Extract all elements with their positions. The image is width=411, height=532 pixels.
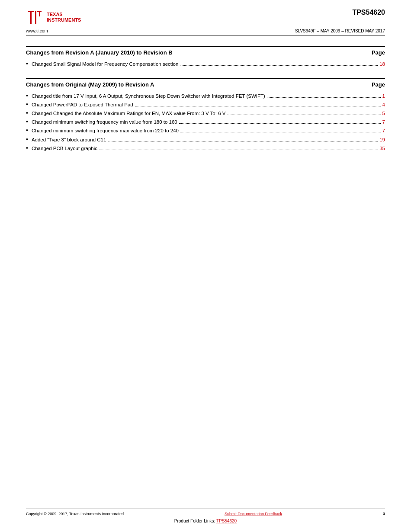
list-item: • Changed Changed the Absolute Maximum R…	[26, 109, 385, 117]
bullet-icon: •	[26, 119, 28, 125]
product-link[interactable]: TPS54620	[216, 519, 237, 523]
revision-b-page-label: Page	[372, 49, 385, 56]
page-link[interactable]: 35	[379, 145, 385, 152]
logo-area: TEXAS INSTRUMENTS	[26, 9, 81, 26]
doc-number: SLVS949F – MAY 2009 – REVISED MAY 2017	[295, 29, 385, 33]
change-description: Changed minimum switching frequency max …	[32, 127, 179, 134]
dot-leader	[179, 123, 381, 124]
svg-rect-3	[37, 11, 42, 12]
change-description: Changed minimum switching frequency min …	[32, 119, 177, 125]
dot-leader	[180, 132, 381, 132]
revision-b-title: Changes from Revision A (January 2010) t…	[26, 49, 173, 56]
bullet-icon: •	[26, 61, 28, 67]
dot-leader	[180, 65, 378, 66]
revision-a-title: Changes from Original (May 2009) to Revi…	[26, 81, 154, 88]
logo-line2: INSTRUMENTS	[47, 17, 81, 23]
change-description: Changed Changed the Absolute Maximum Rat…	[32, 110, 226, 117]
page-link[interactable]: 4	[382, 101, 385, 108]
revision-a-page-label: Page	[372, 81, 385, 88]
list-item: • Changed PowerPAD to Exposed Thermal Pa…	[26, 101, 385, 108]
dot-leader	[267, 97, 381, 98]
page-link[interactable]: 5	[382, 110, 385, 117]
list-item: • Changed PCB Layout graphic 35	[26, 144, 385, 152]
product-title: TPS54620	[352, 9, 385, 16]
footer-page-number: 3	[383, 512, 385, 516]
list-item: • Changed title from 17 V Input, 6 A Out…	[26, 92, 385, 99]
revision-b-list: • Changed Small Signal Model for Frequen…	[26, 60, 385, 67]
bullet-icon: •	[26, 136, 28, 142]
change-text: Changed minimum switching frequency max …	[32, 127, 385, 134]
list-item: • Changed minimum switching frequency ma…	[26, 127, 385, 134]
dot-leader	[108, 141, 378, 141]
page-link[interactable]: 18	[379, 61, 385, 67]
sub-header: www.ti.com SLVS949F – MAY 2009 – REVISED…	[26, 29, 385, 35]
change-text: Changed Changed the Absolute Maximum Rat…	[32, 110, 385, 117]
ti-logo-icon	[26, 9, 43, 26]
page-footer: Copyright © 2009–2017, Texas Instruments…	[26, 509, 385, 523]
change-text: Changed title from 17 V Input, 6 A Outpu…	[32, 93, 385, 99]
logo-line1: TEXAS	[47, 12, 81, 17]
logo-text: TEXAS INSTRUMENTS	[47, 12, 81, 23]
bullet-icon: •	[26, 127, 28, 133]
footer-top: Copyright © 2009–2017, Texas Instruments…	[26, 509, 385, 516]
dot-leader	[135, 106, 381, 106]
list-item: • Changed minimum switching frequency mi…	[26, 118, 385, 125]
change-description: Added "Type 3" block around C11	[32, 136, 106, 143]
website-link[interactable]: www.ti.com	[26, 29, 48, 33]
product-links-label: Product Folder Links:	[174, 519, 215, 523]
bullet-icon: •	[26, 110, 28, 116]
page-link[interactable]: 7	[382, 127, 385, 134]
change-text: Changed Small Signal Model for Frequency…	[32, 61, 385, 67]
change-text: Changed PowerPAD to Exposed Thermal Pad …	[32, 101, 385, 108]
footer-product-links: Product Folder Links: TPS54620	[26, 519, 385, 523]
svg-rect-2	[35, 11, 36, 24]
page-link[interactable]: 1	[382, 93, 385, 99]
document-page: TEXAS INSTRUMENTS TPS54620 www.ti.com SL…	[0, 0, 411, 532]
dot-leader	[99, 150, 378, 150]
change-text: Changed PCB Layout graphic 35	[32, 145, 385, 152]
svg-rect-4	[39, 12, 40, 16]
list-item: • Added "Type 3" block around C11 19	[26, 136, 385, 143]
change-description: Changed PowerPAD to Exposed Thermal Pad	[32, 101, 133, 108]
change-description: Changed PCB Layout graphic	[32, 145, 97, 152]
feedback-link[interactable]: Submit Documentation Feedback	[225, 512, 282, 516]
revision-a-heading: Changes from Original (May 2009) to Revi…	[26, 78, 385, 88]
list-item: • Changed Small Signal Model for Frequen…	[26, 60, 385, 67]
bullet-icon: •	[26, 93, 28, 99]
change-text: Changed minimum switching frequency min …	[32, 119, 385, 125]
bullet-icon: •	[26, 101, 28, 107]
page-header: TEXAS INSTRUMENTS TPS54620	[26, 9, 385, 26]
dot-leader	[227, 115, 380, 115]
bullet-icon: •	[26, 145, 28, 151]
copyright-text: Copyright © 2009–2017, Texas Instruments…	[26, 512, 124, 516]
change-text: Added "Type 3" block around C11 19	[32, 136, 385, 143]
change-description: Changed title from 17 V Input, 6 A Outpu…	[32, 93, 265, 99]
page-link[interactable]: 19	[379, 136, 385, 143]
revision-b-heading: Changes from Revision A (January 2010) t…	[26, 46, 385, 56]
change-description: Changed Small Signal Model for Frequency…	[32, 61, 178, 67]
page-link[interactable]: 7	[382, 119, 385, 125]
revision-a-list: • Changed title from 17 V Input, 6 A Out…	[26, 92, 385, 152]
